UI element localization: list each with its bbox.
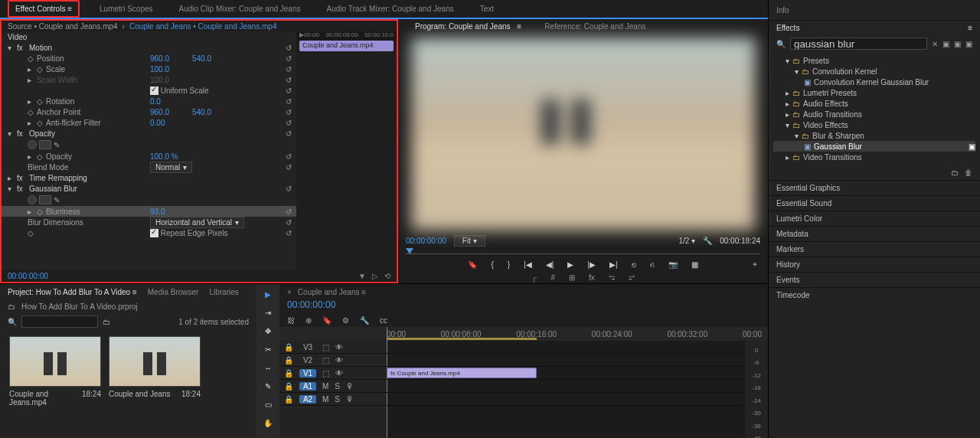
reset-icon[interactable]: ↺ xyxy=(286,208,292,216)
timeline-timecode[interactable]: 00:00:00:00 xyxy=(279,299,768,313)
selection-tool-icon[interactable]: ▶ xyxy=(265,290,271,301)
bin-icon[interactable]: 🗀 xyxy=(103,318,110,326)
panel-essential-sound[interactable]: Essential Sound xyxy=(769,195,980,211)
mini-timeline-clip[interactable]: Couple and Jeans.mp4 xyxy=(299,41,394,51)
sequence-tab[interactable]: Couple and Jeans ≡ xyxy=(298,288,366,296)
button-editor-icon[interactable]: ＋ xyxy=(751,259,759,270)
gaussian-blur-title[interactable]: Gaussian Blur xyxy=(29,185,77,193)
mark-out-icon[interactable]: } xyxy=(508,260,510,269)
keyframe-toggle-icon[interactable]: ◇ xyxy=(28,229,34,237)
reset-icon[interactable]: ↺ xyxy=(286,44,292,52)
cc-icon[interactable]: cc xyxy=(380,316,387,325)
keyframe-toggle-icon[interactable]: ◇ xyxy=(28,54,34,63)
panel-timecode[interactable]: Timecode xyxy=(769,287,980,302)
project-search-input[interactable] xyxy=(21,315,98,328)
keyframe-toggle-icon[interactable]: ◇ xyxy=(37,119,43,127)
reset-icon[interactable]: ↺ xyxy=(286,163,292,172)
ripple-tool-icon[interactable]: ✥ xyxy=(265,327,271,338)
rotation-value[interactable]: 0.0 xyxy=(150,97,192,106)
keyframe-toggle-icon[interactable]: ◇ xyxy=(37,97,43,106)
program-preview[interactable] xyxy=(410,37,756,231)
timeline-clip[interactable]: fx Couple and Jeans.mp4 xyxy=(387,368,537,378)
tab-media-browser[interactable]: Media Browser xyxy=(148,288,199,296)
reset-icon[interactable]: ↺ xyxy=(286,108,292,116)
disclosure-icon[interactable]: ▸ xyxy=(28,152,34,161)
program-scrubber[interactable] xyxy=(406,247,760,257)
track-v1[interactable]: V1 xyxy=(299,369,316,378)
anchor-y-value[interactable]: 540.0 xyxy=(192,108,234,116)
track-v3[interactable]: V3 xyxy=(299,343,316,351)
eye-icon[interactable]: 👁 xyxy=(335,369,343,378)
tab-text[interactable]: Text xyxy=(474,2,500,16)
tab-audio-track-mixer[interactable]: Audio Track Mixer: Couple and Jeans xyxy=(321,2,460,16)
disclosure-icon[interactable]: ▸ xyxy=(28,97,34,106)
mute-toggle[interactable]: M xyxy=(322,382,328,391)
vr-icon[interactable]: ⊞ xyxy=(569,273,575,282)
mark-in-icon[interactable]: { xyxy=(491,260,493,269)
lift-icon[interactable]: ⎋ xyxy=(632,260,636,269)
extract-icon[interactable]: ⎌ xyxy=(650,260,655,269)
tree-presets[interactable]: ▾🗀Presets xyxy=(773,55,975,66)
slip-tool-icon[interactable]: ↔ xyxy=(264,364,272,374)
tab-reference[interactable]: Reference: Couple and Jeans xyxy=(540,19,650,34)
tree-video-transitions[interactable]: ▸🗀Video Transitions xyxy=(773,152,975,162)
accelerated-filter-icon[interactable]: ▣ xyxy=(942,40,949,48)
keyframe-toggle-icon[interactable]: ◇ xyxy=(28,108,34,116)
tab-effects[interactable]: Effects xyxy=(776,24,799,32)
disclosure-icon[interactable]: ▸ xyxy=(28,119,34,127)
eye-icon[interactable]: 👁 xyxy=(335,343,343,351)
delete-icon[interactable]: 🗑 xyxy=(965,168,972,177)
pen-tool-icon[interactable]: ✎ xyxy=(265,382,271,393)
blur-dimensions-dropdown[interactable]: Horizontal and Vertical▾ xyxy=(150,217,244,228)
rect-mask-icon[interactable] xyxy=(39,195,51,204)
tab-effect-controls[interactable]: Effect Controls ≡ xyxy=(8,0,80,18)
disclosure-icon[interactable]: ▾ xyxy=(8,129,14,138)
track-select-tool-icon[interactable]: ⇥ xyxy=(265,309,271,319)
rectangle-tool-icon[interactable]: ▭ xyxy=(265,400,272,411)
tree-video-effects[interactable]: ▾🗀Video Effects xyxy=(773,119,975,130)
export-frame-icon[interactable]: 📷 xyxy=(668,260,678,269)
step-forward-icon[interactable]: |▶ xyxy=(587,260,596,269)
tree-lumetri-presets[interactable]: ▸🗀Lumetri Presets xyxy=(773,87,975,98)
razor-tool-icon[interactable]: ✂ xyxy=(265,345,271,356)
tree-audio-transitions[interactable]: ▸🗀Audio Transitions xyxy=(773,109,975,119)
lock-icon[interactable]: 🔒 xyxy=(284,356,293,364)
hand-tool-icon[interactable]: ✋ xyxy=(263,419,273,430)
pen-mask-icon[interactable]: ✎ xyxy=(54,141,60,149)
tab-program[interactable]: Program: Couple and Jeans ≡ xyxy=(406,19,526,34)
lock-icon[interactable]: 🔒 xyxy=(284,395,293,404)
tab-project[interactable]: Project: How To Add Blur To A Video ≡ xyxy=(8,288,137,296)
time-remapping-title[interactable]: Time Remapping xyxy=(29,174,87,182)
solo-toggle[interactable]: S xyxy=(335,382,340,391)
go-to-in-icon[interactable]: |◀ xyxy=(524,260,532,269)
blend-mode-dropdown[interactable]: Normal▾ xyxy=(150,162,192,173)
step-icon[interactable]: ▷ xyxy=(372,272,378,280)
tree-gaussian-blur[interactable]: ▣Gaussian Blur▣ xyxy=(773,141,975,152)
settings-icon[interactable]: 🔧 xyxy=(703,237,712,245)
filter-icon[interactable]: ▼ xyxy=(358,272,366,280)
disclosure-icon[interactable]: ▸ xyxy=(28,208,34,216)
panel-events[interactable]: Events xyxy=(769,272,980,287)
clear-search-icon[interactable]: ✕ xyxy=(932,40,938,48)
keyframe-toggle-icon[interactable]: ◇ xyxy=(37,152,43,161)
reset-icon[interactable]: ↺ xyxy=(286,185,292,193)
disclosure-icon[interactable]: ▸ xyxy=(8,174,14,182)
effects-search-input[interactable] xyxy=(790,38,927,50)
repeat-edge-checkbox[interactable] xyxy=(150,229,158,237)
safe-margins-icon[interactable]: ┌ xyxy=(531,273,537,282)
wrench-icon[interactable]: 🔧 xyxy=(360,316,369,325)
uniform-scale-checkbox[interactable] xyxy=(150,87,158,95)
disclosure-icon[interactable]: ▸ xyxy=(28,65,34,74)
antiflicker-value[interactable]: 0.00 xyxy=(150,119,192,127)
tree-convolution-kernel[interactable]: ▾🗀Convolution Kernel xyxy=(773,66,975,77)
keyframe-toggle-icon[interactable]: ◇ xyxy=(37,208,43,216)
position-x-value[interactable]: 960.0 xyxy=(150,54,192,63)
yuv-filter-icon[interactable]: ▣ xyxy=(965,40,972,48)
insert-icon[interactable]: ⥃ xyxy=(609,273,615,282)
opacity-effect-title[interactable]: Opacity xyxy=(29,129,55,138)
resolution-dropdown[interactable]: 1/2 ▾ xyxy=(678,237,695,245)
panel-lumetri-color[interactable]: Lumetri Color xyxy=(769,211,980,226)
reset-icon[interactable]: ↺ xyxy=(286,218,292,227)
ellipse-mask-icon[interactable] xyxy=(28,140,37,149)
reset-icon[interactable]: ↺ xyxy=(286,76,292,84)
